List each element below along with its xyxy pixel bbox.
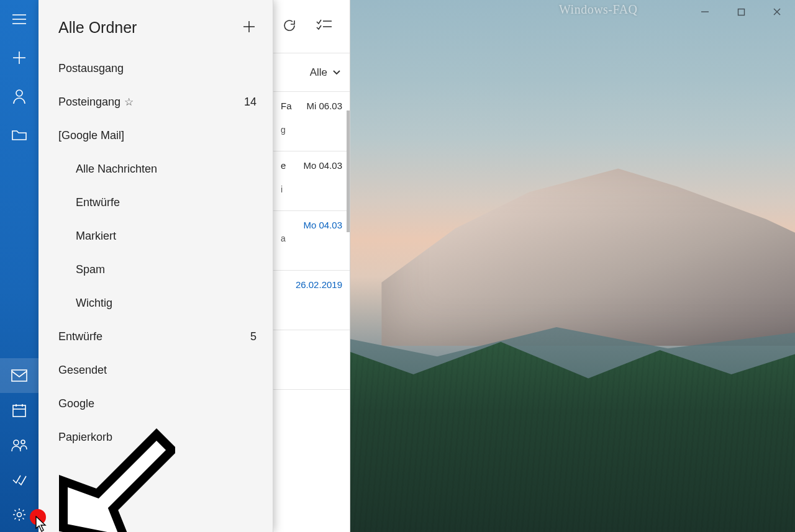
folder-count: 5: [250, 330, 257, 343]
folder-icon[interactable]: [0, 115, 39, 154]
filter-label: Alle: [310, 66, 327, 79]
folder-label: Google: [58, 397, 94, 410]
folder-label: [Google Mail]: [58, 129, 124, 142]
window-buttons: [687, 0, 795, 24]
folder-item[interactable]: Spam: [39, 253, 273, 286]
folder-item[interactable]: Entwürfe: [39, 186, 273, 219]
minimize-button[interactable]: [687, 0, 723, 24]
message-item[interactable]: Mo 04.03ei: [273, 151, 350, 211]
flyout-header: Alle Ordner: [39, 0, 273, 48]
folder-item[interactable]: Alle Nachrichten: [39, 152, 273, 186]
folder-item[interactable]: Gesendet: [39, 353, 273, 387]
add-folder-button[interactable]: [242, 19, 257, 37]
svg-rect-11: [13, 405, 25, 417]
nav-rail: [0, 0, 39, 532]
mail-icon[interactable]: [0, 358, 39, 393]
folder-label: Posteingang: [58, 96, 120, 109]
folder-label: Gesendet: [58, 364, 107, 377]
new-mail-icon[interactable]: [0, 38, 39, 77]
filter-row[interactable]: Alle: [273, 53, 350, 92]
close-button[interactable]: [759, 0, 795, 24]
folder-item[interactable]: Entwürfe5: [39, 320, 273, 353]
folder-item[interactable]: [Google Mail]: [39, 119, 273, 152]
svg-rect-1: [738, 9, 744, 15]
message-date: Mo 04.03: [303, 160, 342, 171]
mail-app-window: Windows-FAQ: [0, 0, 795, 532]
message-list: Mi 06.03FagMo 04.03eiMo 04.03a26.02.2019: [273, 92, 350, 390]
message-item[interactable]: [273, 330, 350, 390]
annotation-arrow-icon: [51, 422, 175, 532]
folder-label: Alle Nachrichten: [76, 163, 157, 176]
star-icon[interactable]: ☆: [124, 96, 134, 109]
scrollbar-thumb[interactable]: [347, 110, 350, 232]
folder-item[interactable]: Google: [39, 387, 273, 420]
mouse-cursor-icon: [35, 516, 47, 532]
todo-icon[interactable]: [0, 462, 39, 497]
calendar-icon[interactable]: [0, 393, 39, 428]
chevron-down-icon: [332, 66, 341, 79]
message-date: 26.02.2019: [296, 279, 342, 290]
folder-item[interactable]: Postausgang: [39, 52, 273, 85]
maximize-button[interactable]: [723, 0, 759, 24]
message-snippet-2: g: [281, 125, 342, 135]
folder-item[interactable]: Markiert: [39, 219, 273, 253]
message-date: Mo 04.03: [303, 220, 342, 230]
folder-label: Spam: [76, 263, 105, 276]
folder-count: 14: [244, 96, 257, 109]
folder-label: Entwürfe: [76, 196, 120, 209]
svg-point-19: [21, 440, 25, 444]
message-snippet-2: a: [281, 233, 342, 243]
svg-rect-10: [12, 370, 27, 381]
hamburger-icon[interactable]: [0, 0, 39, 38]
message-item[interactable]: Mo 04.03a: [273, 211, 350, 271]
folder-item[interactable]: Wichtig: [39, 286, 273, 320]
folder-label: Markiert: [76, 230, 116, 243]
message-item[interactable]: 26.02.2019: [273, 271, 350, 330]
folder-label: Wichtig: [76, 297, 112, 310]
account-icon[interactable]: [0, 77, 39, 115]
watermark-text: Windows-FAQ: [559, 2, 638, 17]
folder-label: Postausgang: [58, 62, 124, 75]
folder-list: PostausgangPosteingang☆14[Google Mail]Al…: [39, 48, 273, 454]
refresh-icon[interactable]: [282, 18, 297, 35]
svg-point-9: [16, 90, 22, 96]
svg-point-18: [14, 440, 19, 445]
message-snippet-2: i: [281, 184, 342, 194]
folder-label: Entwürfe: [58, 330, 102, 343]
people-icon[interactable]: [0, 428, 39, 462]
message-item[interactable]: Mi 06.03Fag: [273, 92, 350, 151]
message-toolbar: [273, 0, 350, 53]
message-list-column: Alle Mi 06.03FagMo 04.03eiMo 04.03a26.02…: [273, 0, 350, 532]
flyout-title: Alle Ordner: [58, 19, 137, 37]
message-date: Mi 06.03: [306, 101, 342, 111]
svg-point-20: [17, 513, 22, 517]
folder-item[interactable]: Posteingang☆14: [39, 85, 273, 119]
select-mode-icon[interactable]: [316, 19, 332, 34]
